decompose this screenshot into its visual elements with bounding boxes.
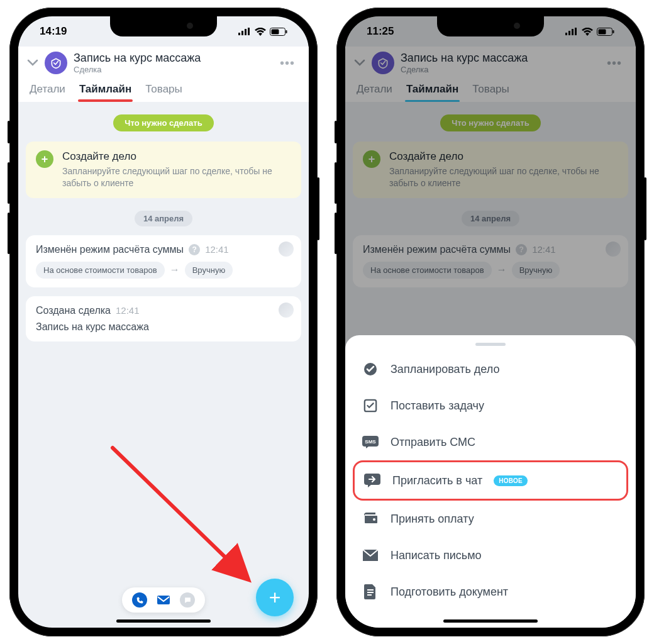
user-avatar-icon (279, 303, 294, 318)
phone-right: 11:25 Запись на курс массажа Сделка • (336, 8, 645, 636)
annotation-arrow-icon (100, 435, 263, 599)
quick-actions-pill (122, 587, 205, 613)
arrow-icon: → (170, 264, 180, 275)
svg-rect-0 (238, 33, 240, 35)
plus-icon: + (36, 150, 53, 168)
event-card-calc[interactable]: Изменён режим расчёта суммы ? 12:41 На о… (26, 235, 301, 287)
side-button (335, 213, 337, 254)
create-desc: Запланируйте следующий шаг по сделке, чт… (62, 165, 291, 189)
create-activity-card[interactable]: + Создайте дело Запланируйте следующий ш… (26, 142, 301, 198)
deal-subtitle: Сделка (74, 65, 201, 74)
user-avatar-icon (279, 242, 294, 257)
event-title: Изменён режим расчёта суммы (36, 244, 184, 255)
chip-from: На основе стоимости товаров (36, 262, 165, 279)
sheet-label: Запланировать дело (391, 363, 499, 376)
svg-rect-2 (245, 29, 247, 35)
phone-icon[interactable] (132, 592, 147, 608)
event-time: 12:41 (116, 305, 140, 316)
checkbox-icon (362, 397, 379, 414)
svg-rect-3 (248, 28, 250, 35)
create-title: Создайте дело (62, 150, 291, 163)
side-button (8, 121, 10, 143)
svg-rect-6 (286, 30, 287, 33)
svg-rect-24 (367, 594, 372, 596)
deal-icon (45, 52, 67, 74)
todo-pill: Что нужно сделать (113, 114, 213, 131)
side-button (8, 162, 10, 204)
new-badge: НОВОЕ (494, 475, 528, 486)
sheet-label: Отправить СМС (391, 436, 475, 449)
svg-rect-23 (367, 592, 374, 593)
chat-icon[interactable] (180, 592, 195, 608)
timeline-content: Что нужно сделать + Создайте дело Заплан… (18, 102, 309, 628)
event-body: Запись на курс массажа (36, 321, 291, 333)
svg-rect-22 (367, 589, 374, 591)
event-title: Создана сделка (36, 305, 111, 316)
svg-rect-5 (272, 29, 279, 34)
tab-products[interactable]: Товары (145, 83, 182, 102)
event-card-created[interactable]: Создана сделка 12:41 Запись на курс масс… (26, 296, 301, 341)
sheet-handle[interactable] (475, 343, 506, 346)
sheet-item-letter[interactable]: Написать письмо (345, 537, 636, 574)
side-button (8, 213, 10, 254)
sheet-item-payment[interactable]: Принять оплату (345, 501, 636, 537)
notch (437, 16, 544, 36)
sheet-label: Написать письмо (391, 549, 482, 562)
highlight-annotation: Пригласить в чат НОВОЕ (353, 460, 628, 501)
sheet-label: Подготовить документ (391, 586, 508, 599)
fab-add-button[interactable]: + (256, 579, 294, 616)
svg-text:SMS: SMS (365, 439, 376, 445)
more-button[interactable]: ••• (275, 53, 300, 73)
sheet-item-document[interactable]: Подготовить документ (345, 574, 636, 610)
chat-arrow-icon (363, 472, 381, 489)
event-time: 12:41 (205, 244, 229, 255)
mail-icon[interactable] (156, 592, 171, 608)
help-icon[interactable]: ? (189, 244, 200, 255)
notch (110, 16, 217, 36)
sheet-item-task[interactable]: Поставить задачу (345, 387, 636, 424)
sheet-label: Пригласить в чат (392, 474, 482, 487)
envelope-icon (362, 547, 379, 564)
action-sheet: Запланировать дело Поставить задачу SMS … (345, 335, 636, 628)
side-button (644, 177, 646, 240)
sheet-item-sms[interactable]: SMS Отправить СМС (345, 424, 636, 460)
side-button (335, 121, 337, 143)
svg-point-20 (373, 518, 375, 521)
chip-to: Вручную (185, 262, 233, 279)
side-button (335, 162, 337, 204)
tab-details[interactable]: Детали (30, 83, 65, 102)
phone-left: 14:19 Запись на курс массажа Сделка • (9, 8, 318, 636)
back-chevron-icon[interactable] (27, 57, 38, 69)
document-icon (362, 583, 379, 601)
home-indicator[interactable] (443, 619, 538, 623)
signal-icon (238, 28, 251, 35)
sheet-label: Поставить задачу (391, 399, 484, 413)
check-circle-icon (362, 360, 379, 378)
home-indicator[interactable] (116, 619, 211, 623)
sheet-label: Принять оплату (391, 513, 474, 526)
battery-icon (270, 28, 287, 36)
sms-icon: SMS (362, 433, 379, 451)
tab-timeline[interactable]: Таймлайн (79, 83, 131, 102)
side-button (317, 177, 319, 240)
sheet-item-invite-chat[interactable]: Пригласить в чат НОВОЕ (355, 462, 626, 499)
wallet-icon (362, 510, 379, 528)
status-time: 14:19 (40, 25, 67, 38)
sheet-item-plan[interactable]: Запланировать дело (345, 351, 636, 387)
wifi-icon (255, 28, 266, 36)
deal-header: Запись на курс массажа Сделка ••• Детали… (18, 47, 309, 102)
svg-rect-7 (157, 596, 170, 604)
date-pill: 14 апреля (135, 211, 192, 226)
svg-rect-1 (241, 31, 243, 35)
deal-title: Запись на курс массажа (74, 52, 201, 65)
